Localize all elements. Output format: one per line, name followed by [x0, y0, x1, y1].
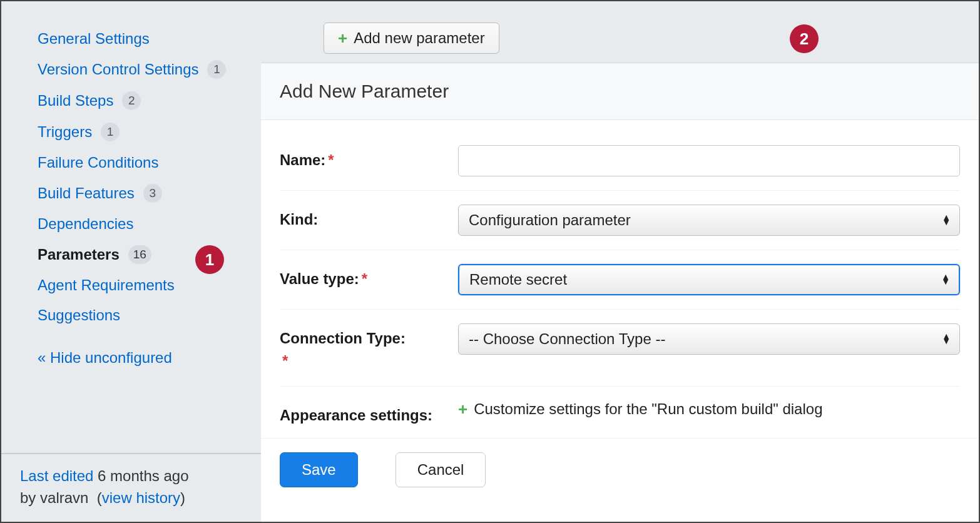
sidebar-item-build-steps[interactable]: Build Steps 2: [31, 85, 242, 116]
sidebar-item-label: Agent Requirements: [38, 277, 175, 294]
select-arrows-icon: ▲▼: [942, 334, 951, 343]
sidebar-item-label: Build Steps: [38, 92, 113, 109]
view-history-link[interactable]: view history: [102, 489, 180, 506]
last-edited-link[interactable]: Last edited: [20, 467, 93, 484]
count-badge: 2: [122, 91, 141, 110]
form-row-name: Name:*: [280, 131, 960, 191]
kind-label: Kind:: [280, 205, 458, 231]
plus-icon: +: [338, 30, 347, 46]
form-row-value-type: Value type:* Remote secret ▲▼: [280, 250, 960, 310]
sidebar-item-dependencies[interactable]: Dependencies: [31, 209, 242, 239]
callout-2: 2: [790, 24, 819, 53]
form-row-kind: Kind: Configuration parameter ▲▼: [280, 191, 960, 250]
connection-type-select-value: -- Choose Connection Type --: [469, 330, 665, 348]
callout-1: 1: [195, 245, 224, 274]
hide-unconfigured-label: « Hide unconfigured: [38, 349, 172, 366]
customize-appearance-link[interactable]: + Customize settings for the "Run custom…: [458, 400, 960, 418]
appearance-label: Appearance settings:: [280, 400, 458, 427]
connection-type-select[interactable]: -- Choose Connection Type -- ▲▼: [458, 323, 960, 355]
form-row-connection-type: Connection Type:* -- Choose Connection T…: [280, 310, 960, 387]
sidebar-item-vcs-settings[interactable]: Version Control Settings 1: [31, 54, 242, 85]
sidebar-footer: Last edited 6 months ago by valravn (vie…: [1, 453, 261, 522]
value-type-label: Value type:*: [280, 264, 458, 290]
customize-appearance-text: Customize settings for the "Run custom b…: [474, 400, 822, 418]
add-new-parameter-button[interactable]: + Add new parameter: [324, 23, 499, 54]
plus-icon: +: [458, 401, 467, 417]
value-type-select-value: Remote secret: [469, 271, 567, 288]
add-new-parameter-label: Add new parameter: [354, 29, 484, 47]
sidebar-item-label: Parameters: [38, 246, 120, 263]
name-input[interactable]: [458, 145, 960, 176]
sidebar-item-agent-requirements[interactable]: Agent Requirements: [31, 270, 242, 300]
sidebar-item-failure-conditions[interactable]: Failure Conditions: [31, 148, 242, 178]
connection-type-label: Connection Type:*: [280, 323, 458, 372]
kind-select-value: Configuration parameter: [469, 211, 631, 229]
add-parameter-dialog: Add New Parameter Name:* Kind: Configura…: [261, 63, 979, 522]
cancel-button[interactable]: Cancel: [396, 452, 486, 487]
sidebar-item-label: General Settings: [38, 30, 150, 48]
sidebar-item-build-features[interactable]: Build Features 3: [31, 178, 242, 209]
count-badge: 1: [207, 60, 226, 79]
sidebar-item-triggers[interactable]: Triggers 1: [31, 116, 242, 148]
count-badge: 3: [143, 184, 162, 203]
last-edited-user: valravn: [40, 489, 88, 506]
sidebar-item-general-settings[interactable]: General Settings: [31, 24, 242, 54]
sidebar-item-suggestions[interactable]: Suggestions: [31, 300, 242, 330]
last-edited-time: 6 months ago: [98, 467, 188, 484]
count-badge: 1: [101, 123, 120, 141]
sidebar-item-label: Failure Conditions: [38, 154, 158, 171]
count-badge: 16: [128, 245, 151, 264]
by-label: by: [20, 489, 36, 506]
save-button[interactable]: Save: [280, 452, 358, 487]
sidebar-item-label: Dependencies: [38, 215, 133, 233]
sidebar-item-label: Build Features: [38, 185, 135, 202]
kind-select[interactable]: Configuration parameter ▲▼: [458, 205, 960, 236]
cancel-label: Cancel: [417, 461, 464, 479]
save-label: Save: [302, 461, 336, 479]
main-content: + Add new parameter Add New Parameter Na…: [261, 1, 979, 522]
sidebar-item-label: Suggestions: [38, 307, 120, 324]
select-arrows-icon: ▲▼: [941, 275, 950, 284]
hide-unconfigured-link[interactable]: « Hide unconfigured: [31, 330, 242, 373]
dialog-title: Add New Parameter: [261, 63, 979, 120]
form-row-appearance: Appearance settings: + Customize setting…: [280, 387, 960, 440]
sidebar-item-label: Version Control Settings: [38, 61, 198, 78]
select-arrows-icon: ▲▼: [942, 215, 951, 225]
sidebar-item-label: Triggers: [38, 123, 92, 141]
value-type-select[interactable]: Remote secret ▲▼: [458, 264, 960, 295]
name-label: Name:*: [280, 145, 458, 171]
